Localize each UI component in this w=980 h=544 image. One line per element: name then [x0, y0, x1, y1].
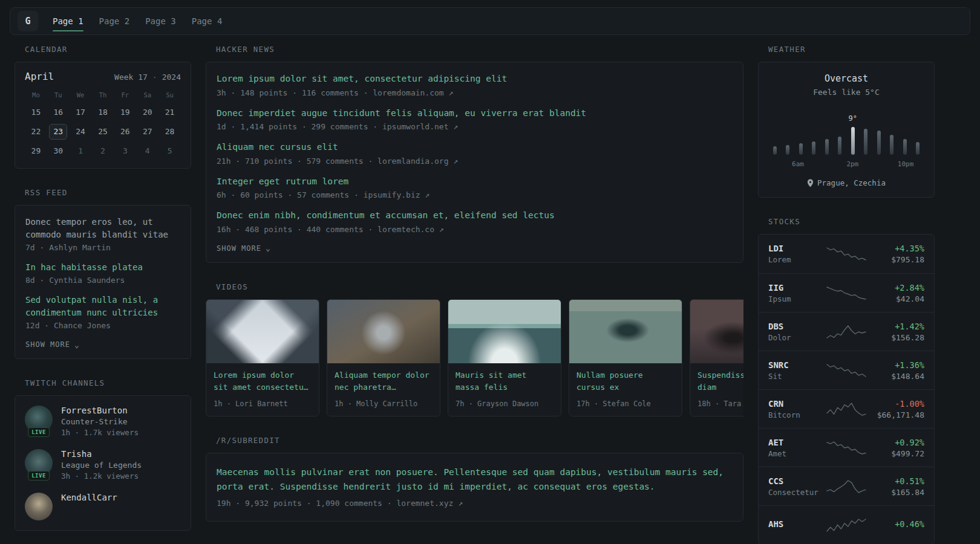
rss-item-title[interactable]: Sed volutpat nulla nisl, a condimentum n… — [25, 294, 180, 319]
calendar-day: 27 — [136, 123, 158, 140]
stock-row[interactable]: IIG Ipsum +2.84% $42.04 — [759, 273, 934, 312]
weather-peak-temp: 9° — [848, 114, 857, 123]
calendar-day: 23 — [47, 123, 70, 140]
video-title: Nullam posuere cursus ex — [577, 369, 675, 394]
page-tab[interactable]: Page 2 — [99, 8, 130, 34]
rss-item-title[interactable]: In hac habitasse platea — [25, 261, 180, 274]
rss-item-title[interactable]: Donec tempor eros leo, ut commodo mauris… — [25, 216, 180, 241]
hackernews-item-meta: 1d · 1,414 points · 299 comments · ipsum… — [217, 122, 733, 131]
rss-show-more-button[interactable]: SHOW MORE ⌄ — [25, 340, 80, 349]
hackernews-item-title[interactable]: Integer eget rutrum lorem — [217, 176, 733, 188]
twitch-section-title: TWITCH CHANNELS — [25, 378, 191, 387]
channel-name[interactable]: KendallCarr — [61, 493, 117, 502]
page-tab-label: Page 4 — [192, 16, 223, 26]
subreddit-item-title[interactable]: Maecenas mollis pulvinar erat non posuer… — [217, 465, 733, 494]
hackernews-item-title[interactable]: Donec enim nibh, condimentum et accumsan… — [217, 210, 733, 222]
weather-card: Overcast Feels like 5°C 9° 6am 2pm 10pm … — [758, 62, 935, 198]
video-title: Lorem ipsum dolor sit amet consectetu… — [214, 369, 312, 394]
stock-name: Lorem — [768, 255, 825, 264]
weather-time-label: 10pm — [898, 160, 914, 168]
calendar-day-number: 1 — [71, 143, 90, 159]
stock-identity: AHS — [768, 519, 825, 531]
calendar-day-number: 2 — [94, 143, 112, 159]
twitch-channel[interactable]: LIVE ForrestBurton Counter-Strike 1h · 1… — [25, 406, 181, 437]
calendar-day-number: 20 — [139, 105, 157, 120]
stock-price: $148.64 — [867, 372, 924, 381]
hackernews-show-more-button[interactable]: SHOW MORE ⌄ — [217, 244, 271, 253]
calendar-day: 16 — [47, 103, 70, 121]
stock-change: +1.36% — [867, 360, 924, 370]
weather-bar — [786, 145, 789, 155]
stock-row[interactable]: LDI Lorem +4.35% $795.18 — [759, 235, 934, 273]
videos-section-title: VIDEOS — [216, 282, 743, 291]
weather-section-title: WEATHER — [768, 45, 935, 54]
stock-row[interactable]: AHS +0.46% — [759, 505, 934, 544]
stock-sparkline — [825, 324, 867, 340]
avatar-image — [25, 493, 53, 520]
weather-bars: 9° — [773, 112, 920, 155]
page-tab[interactable]: Page 4 — [192, 8, 223, 34]
hackernews-item-meta: 3h · 148 points · 116 comments · loremdo… — [217, 88, 733, 97]
weather-feels-like: Feels like 5°C — [768, 88, 924, 97]
calendar-widget: CALENDAR April Week 17 · 2024 MoTuWeThFr… — [15, 45, 191, 169]
subreddit-item-meta: 19h · 9,932 points · 1,090 comments · lo… — [217, 499, 733, 508]
stock-identity: AET Amet — [768, 438, 825, 458]
page-tab[interactable]: Page 3 — [145, 8, 176, 34]
stock-name: Ipsum — [768, 294, 825, 303]
video-title: Aliquam tempor dolor nec pharetra… — [335, 369, 433, 394]
channel-game[interactable]: Counter-Strike — [61, 417, 139, 426]
stock-change: +2.84% — [867, 283, 924, 293]
hackernews-item-title[interactable]: Lorem ipsum dolor sit amet, consectetur … — [217, 73, 733, 85]
stocks-section-title: STOCKS — [768, 217, 935, 226]
video-card[interactable]: Aliquam tempor dolor nec pharetra… 1h · … — [327, 299, 440, 416]
stocks-card: LDI Lorem +4.35% $795.18 — [758, 234, 935, 544]
calendar-day-number: 17 — [71, 105, 90, 120]
channel-meta: 3h · 1.2k viewers — [61, 471, 142, 481]
stock-identity: CRN Bitcorn — [768, 399, 825, 419]
stock-row[interactable]: SNRC Sit +1.36% $148.64 — [759, 351, 934, 389]
video-card[interactable]: Suspendisse diam 18h · Tara — [690, 299, 743, 416]
stock-chart-area — [825, 363, 867, 378]
stock-change: -1.00% — [867, 399, 924, 409]
show-more-label: SHOW MORE — [25, 340, 70, 349]
hackernews-item-title[interactable]: Donec imperdiet augue tincidunt felis al… — [217, 108, 733, 120]
calendar-day: 5 — [158, 142, 181, 160]
stock-row[interactable]: DBS Dolor +1.42% $156.28 — [759, 312, 934, 351]
calendar-day: 2 — [92, 142, 114, 160]
twitch-channel[interactable]: LIVE Trisha League of Legends 3h · 1.2k … — [25, 449, 181, 481]
video-meta: 1h · Molly Carrillo — [335, 400, 433, 408]
channel-name[interactable]: ForrestBurton — [61, 406, 139, 415]
stock-row[interactable]: AET Amet +0.92% $499.72 — [759, 428, 934, 467]
hackernews-item: Aliquam nec cursus elit 21h · 710 points… — [217, 141, 733, 166]
stock-chart-area — [825, 479, 867, 494]
calendar-day-number: 26 — [116, 124, 134, 140]
twitch-channel[interactable]: KendallCarr — [25, 493, 181, 520]
video-thumbnail — [327, 300, 440, 363]
stock-row[interactable]: CCS Consectetur +0.51% $165.84 — [759, 467, 934, 505]
hackernews-widget: HACKER NEWS Lorem ipsum dolor sit amet, … — [206, 45, 743, 263]
stock-row[interactable]: CRN Bitcorn -1.00% $66,171.48 — [759, 389, 934, 428]
page-tab[interactable]: Page 1 — [53, 8, 83, 34]
weather-bar — [890, 135, 893, 155]
weather-bar — [825, 139, 829, 155]
channel-name[interactable]: Trisha — [61, 449, 142, 459]
video-card[interactable]: Nullam posuere cursus ex 17h · Stefan Co… — [569, 299, 682, 416]
calendar-day-number: 18 — [94, 105, 112, 120]
calendar-day-number: 27 — [139, 124, 157, 140]
chevron-down-icon: ⌄ — [74, 341, 80, 349]
stock-values: +0.92% $499.72 — [867, 438, 924, 458]
video-card[interactable]: Lorem ipsum dolor sit amet consectetu… 1… — [206, 299, 319, 416]
stocks-widget: STOCKS LDI Lorem +4.35% — [758, 217, 935, 544]
video-meta: 1h · Lori Barnett — [214, 400, 312, 408]
subreddit-card: Maecenas mollis pulvinar erat non posuer… — [206, 453, 743, 522]
channel-game[interactable]: League of Legends — [61, 461, 142, 470]
page-tab-label: Page 3 — [145, 16, 176, 26]
calendar-card: April Week 17 · 2024 MoTuWeThFrSaSu — [15, 62, 191, 169]
video-card[interactable]: Mauris sit amet massa felis 7h · Grayson… — [448, 299, 561, 416]
hackernews-item-title[interactable]: Aliquam nec cursus elit — [217, 141, 733, 154]
right-column: WEATHER Overcast Feels like 5°C 9° 6am 2… — [758, 45, 935, 544]
video-card-body: Nullam posuere cursus ex 17h · Stefan Co… — [569, 363, 682, 416]
calendar-day: 30 — [47, 142, 70, 160]
calendar-week-label: Week 17 — [114, 73, 148, 82]
rss-list: Donec tempor eros leo, ut commodo mauris… — [25, 216, 180, 330]
